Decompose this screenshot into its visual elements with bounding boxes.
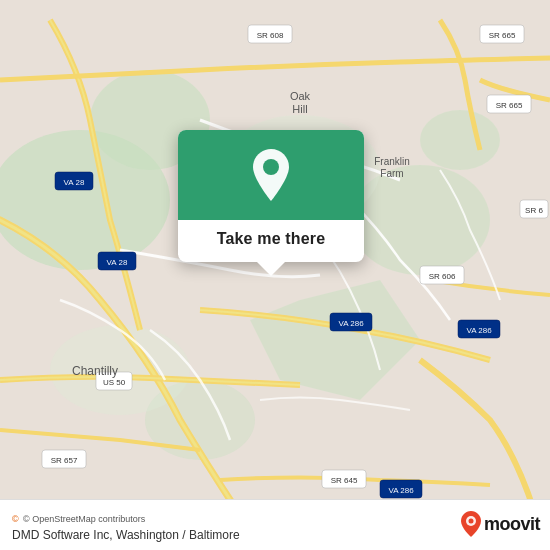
svg-text:VA 286: VA 286 xyxy=(388,486,414,495)
svg-text:SR 657: SR 657 xyxy=(51,456,78,465)
svg-text:Hill: Hill xyxy=(292,103,307,115)
svg-text:Franklin: Franklin xyxy=(374,156,410,167)
moovit-logo: moovit xyxy=(460,510,540,538)
svg-point-6 xyxy=(420,110,500,170)
popup-label-area[interactable]: Take me there xyxy=(178,220,364,262)
svg-point-42 xyxy=(468,519,473,524)
popup-card[interactable]: Take me there xyxy=(178,130,364,262)
svg-point-40 xyxy=(263,159,279,175)
osm-credit-text: © OpenStreetMap contributors xyxy=(23,514,145,524)
svg-text:SR 6: SR 6 xyxy=(525,206,543,215)
popup-header xyxy=(178,130,364,220)
svg-text:VA 286: VA 286 xyxy=(466,326,492,335)
svg-text:Oak: Oak xyxy=(290,90,311,102)
svg-text:US 50: US 50 xyxy=(103,378,126,387)
moovit-text: moovit xyxy=(484,514,540,535)
svg-text:VA 28: VA 28 xyxy=(107,258,128,267)
location-pin-icon xyxy=(249,147,293,203)
svg-text:SR 665: SR 665 xyxy=(496,101,523,110)
svg-text:Farm: Farm xyxy=(380,168,403,179)
svg-text:SR 665: SR 665 xyxy=(489,31,516,40)
svg-text:SR 606: SR 606 xyxy=(429,272,456,281)
bottom-bar: © © OpenStreetMap contributors DMD Softw… xyxy=(0,499,550,550)
take-me-there-button[interactable]: Take me there xyxy=(217,230,326,247)
svg-text:VA 28: VA 28 xyxy=(64,178,85,187)
svg-text:SR 645: SR 645 xyxy=(331,476,358,485)
svg-text:VA 286: VA 286 xyxy=(338,319,364,328)
map-container: SR 608 SR 665 SR 665 VA 28 VA 28 VA 286 … xyxy=(0,0,550,550)
svg-text:Chantilly: Chantilly xyxy=(72,364,118,378)
svg-text:SR 608: SR 608 xyxy=(257,31,284,40)
moovit-pin-icon xyxy=(460,510,482,538)
